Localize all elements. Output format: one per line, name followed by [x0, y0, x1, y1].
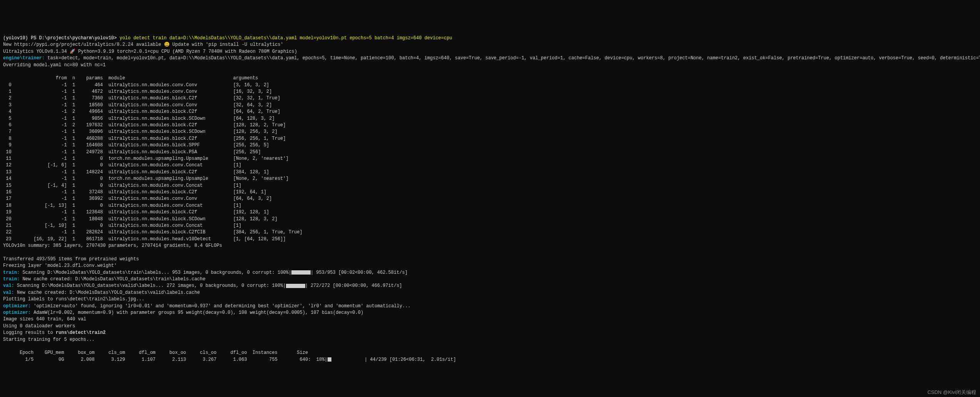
- model-table-header: from n params module arguments: [3, 75, 258, 81]
- model-row: 5 -1 1 9856 ultralytics.nn.modules.block…: [3, 116, 275, 121]
- freezing-line: Freezing layer 'model.23.dfl.conv.weight…: [3, 263, 117, 268]
- engine-trainer-args: task=detect, mode=train, model=yolov10n.…: [45, 55, 980, 61]
- ultralytics-banner: Ultralytics YOLOv8.1.34: [3, 49, 70, 54]
- train-scan-end: | 953/953 [00:02<00:00, 462.58it/s]: [311, 270, 408, 275]
- engine-trainer-label: engine\trainer:: [3, 55, 45, 61]
- logging-line: Logging results to: [3, 330, 56, 335]
- optimizer-label: optimizer:: [3, 310, 31, 315]
- workers-line: Using 0 dataloader workers: [3, 323, 75, 329]
- model-summary: YOLOv10n summary: 385 layers, 2707430 pa…: [3, 243, 222, 248]
- val-label: val:: [3, 290, 14, 295]
- optimizer-label: optimizer:: [3, 303, 31, 309]
- progress-bar-fill: [328, 357, 331, 362]
- model-row: 18 [-1, 13] 1 0 ultralytics.nn.modules.c…: [3, 203, 241, 208]
- optimizer-detail: AdamW(lr=0.002, momentum=0.9) with param…: [31, 310, 363, 315]
- plotting-line: Plotting labels to runs\detect\train2\la…: [3, 296, 144, 302]
- model-row: 8 -1 1 460288 ultralytics.nn.modules.blo…: [3, 136, 286, 141]
- progress-bar-fill: [291, 270, 311, 275]
- model-row: 16 -1 1 37248 ultralytics.nn.modules.blo…: [3, 189, 266, 195]
- shell-prompt: (yolov10) PS D:\projects\pycharm\yolov10…: [3, 35, 119, 41]
- model-row: 21 [-1, 10] 1 0 ultralytics.nn.modules.c…: [3, 223, 241, 228]
- model-row: 12 [-1, 6] 1 0 ultralytics.nn.modules.co…: [3, 162, 241, 168]
- model-row: 0 -1 1 464 ultralytics.nn.modules.conv.C…: [3, 82, 269, 88]
- model-row: 22 -1 1 282624 ultralytics.nn.modules.bl…: [3, 229, 303, 235]
- model-row: 9 -1 1 164608 ultralytics.nn.modules.blo…: [3, 142, 269, 148]
- train-label: train:: [3, 270, 20, 275]
- model-row: 10 -1 1 249728 ultralytics.nn.modules.bl…: [3, 149, 261, 155]
- model-row: 20 -1 1 18048 ultralytics.nn.modules.blo…: [3, 216, 278, 222]
- model-row: 17 -1 1 36992 ultralytics.nn.modules.con…: [3, 196, 272, 201]
- model-row: 6 -1 2 197632 ultralytics.nn.modules.blo…: [3, 122, 286, 128]
- model-row: 1 -1 1 4672 ultralytics.nn.modules.conv.…: [3, 89, 272, 94]
- env-info: Python=3.9.19 torch=2.0.1+cpu CPU (AMD R…: [75, 49, 297, 54]
- epoch-header: Epoch GPU_mem box_om cls_om dfl_om box_o…: [3, 350, 308, 355]
- model-row: 7 -1 1 36096 ultralytics.nn.modules.bloc…: [3, 129, 278, 134]
- model-row: 14 -1 1 0 torch.nn.modules.upsampling.Up…: [3, 176, 289, 181]
- model-row: 2 -1 1 7360 ultralytics.nn.modules.block…: [3, 95, 280, 101]
- train-cache: New cache created: D:\ModelsDatas\YOLO_d…: [20, 276, 205, 282]
- update-hint: Update with 'pip install -U ultralytics': [170, 42, 283, 47]
- model-row: 19 -1 1 123648 ultralytics.nn.modules.bl…: [3, 209, 269, 215]
- train-label: train:: [3, 276, 20, 282]
- val-cache: New cache created: D:\ModelsDatas\YOLO_d…: [14, 290, 200, 295]
- model-row: 4 -1 2 49664 ultralytics.nn.modules.bloc…: [3, 109, 280, 114]
- starting-line: Starting training for 5 epochs...: [3, 337, 95, 342]
- val-scan: Scanning D:\ModelsDatas\YOLO_datasets\va…: [14, 283, 286, 288]
- csdn-watermark: CSDN @Kivi闭关编程: [927, 389, 976, 396]
- epoch-row-end: | 44/239 [01:26<06:31, 2.01s/it]: [331, 357, 456, 362]
- logging-path: runs\detect\train2: [56, 330, 106, 335]
- command-text: yolo detect train data=D:\\ModelsDatas\\…: [119, 35, 452, 41]
- model-row: 3 -1 1 18560 ultralytics.nn.modules.conv…: [3, 102, 272, 108]
- epoch-row: 1/5 0G 2.008 3.129 1.107 2.113 3.267 1.0…: [3, 357, 328, 362]
- model-row: 23 [16, 19, 22] 1 861718 ultralytics.nn.…: [3, 236, 286, 242]
- optimizer-auto: 'optimizer=auto' found, ignoring 'lr0=0.…: [31, 303, 411, 309]
- model-row: 15 [-1, 4] 1 0 ultralytics.nn.modules.co…: [3, 183, 241, 188]
- terminal-output: (yolov10) PS D:\projects\pycharm\yolov10…: [3, 28, 977, 363]
- val-label: val:: [3, 283, 14, 288]
- val-scan-end: | 272/272 [00:00<00:00, 466.97it/s]: [305, 283, 402, 288]
- model-row: 13 -1 1 148224 ultralytics.nn.modules.bl…: [3, 169, 269, 175]
- model-row: 11 -1 1 0 torch.nn.modules.upsampling.Up…: [3, 156, 289, 161]
- transferred-line: Transferred 493/595 items from pretraine…: [3, 256, 139, 262]
- train-scan: Scanning D:\ModelsDatas\YOLO_datasets\tr…: [20, 270, 291, 275]
- image-sizes: Image sizes 640 train, 640 val: [3, 317, 86, 322]
- progress-bar-fill: [286, 284, 305, 288]
- update-notice: New https://pypi.org/project/ultralytics…: [3, 42, 164, 47]
- override-line: Overriding model.yaml nc=80 with nc=1: [3, 62, 105, 68]
